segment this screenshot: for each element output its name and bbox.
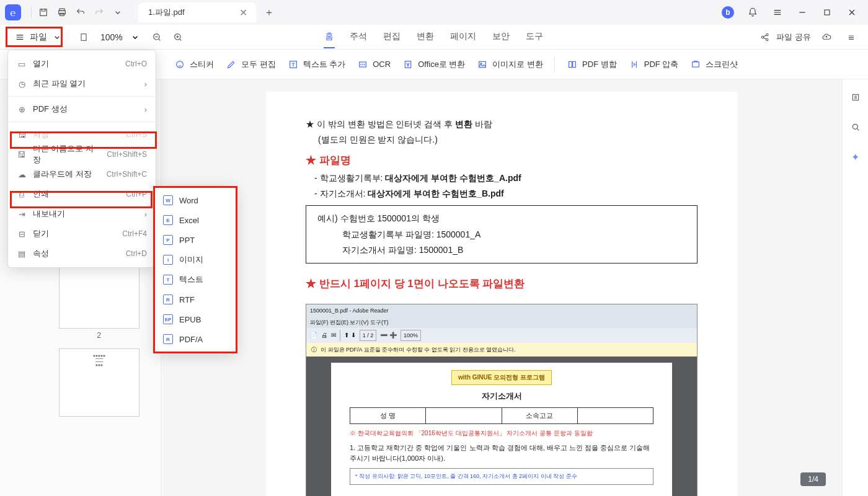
- export-submenu: WWord EExcel PPPT I이미지 T텍스트 RRTF EPEPUB …: [154, 186, 237, 353]
- export-ppt[interactable]: PPPT: [154, 230, 236, 250]
- file-menu-dropdown: ▭열기Ctrl+O ◷최근 파일 열기› ⊕PDF 생성› 🖫저장Ctrl+S …: [7, 50, 156, 268]
- chevron-right-icon: ›: [144, 79, 147, 89]
- tab-home[interactable]: 홈: [324, 26, 335, 48]
- open-icon: ▭: [17, 60, 27, 69]
- menu-print[interactable]: ⎙인쇄Ctrl+P: [8, 184, 156, 204]
- more-icon[interactable]: [842, 28, 861, 46]
- account-badge[interactable]: b: [722, 6, 734, 19]
- ribbon-ocr[interactable]: OCR: [356, 58, 391, 71]
- chevron-right-icon: ›: [144, 105, 147, 114]
- minimize-button[interactable]: [791, 3, 813, 22]
- menu-export[interactable]: ⇥내보내기›: [8, 204, 156, 224]
- menu-open[interactable]: ▭열기Ctrl+O: [8, 54, 156, 74]
- zoom-value[interactable]: 100%: [95, 32, 128, 42]
- image-icon: [476, 58, 489, 71]
- word-icon: W: [163, 195, 173, 205]
- svg-rect-19: [693, 62, 699, 67]
- plus-doc-icon: ⊕: [17, 105, 27, 114]
- tab-security[interactable]: 보안: [491, 26, 511, 48]
- export-excel[interactable]: EExcel: [154, 210, 236, 230]
- office-icon: [402, 58, 414, 71]
- center-tabs: 홈 주석 편집 변환 페이지 보안 도구: [324, 26, 544, 48]
- tab-tools[interactable]: 도구: [525, 26, 544, 48]
- zoom-dropdown-icon[interactable]: [130, 32, 140, 42]
- menu-properties[interactable]: ▤속성Ctrl+D: [8, 244, 156, 264]
- ribbon-add-text[interactable]: 텍스트 추가: [287, 58, 346, 71]
- save-icon: 🖫: [17, 130, 27, 140]
- save-as-icon: 🖫: [17, 150, 27, 159]
- export-rtf[interactable]: RRTF: [154, 290, 236, 309]
- app-logo: ℮: [5, 4, 21, 20]
- menu-recent[interactable]: ◷최근 파일 열기›: [8, 74, 156, 94]
- rail-ai-icon[interactable]: ✦: [846, 148, 865, 166]
- close-tab-icon[interactable]: ✕: [238, 6, 249, 20]
- cloud-upload-icon[interactable]: [817, 28, 836, 46]
- excel-icon: E: [163, 215, 173, 225]
- export-epub[interactable]: EPEPUB: [154, 309, 236, 329]
- bell-icon[interactable]: [742, 3, 764, 22]
- add-tab-button[interactable]: ＋: [260, 3, 278, 22]
- ribbon-sticker[interactable]: 스티커: [174, 58, 214, 71]
- props-icon: ▤: [17, 249, 27, 259]
- titlebar-print-icon[interactable]: [53, 3, 71, 22]
- fit-page-icon[interactable]: [74, 28, 93, 46]
- edit-icon: [225, 58, 237, 71]
- ribbon-screenshot[interactable]: 스크린샷: [689, 58, 738, 71]
- undo-icon[interactable]: [71, 3, 90, 22]
- ppt-icon: P: [163, 235, 173, 245]
- svg-rect-0: [40, 9, 47, 16]
- svg-point-22: [852, 124, 857, 129]
- chevron-down-icon[interactable]: [108, 3, 127, 22]
- rail-search-icon[interactable]: [846, 118, 865, 136]
- tab-edit[interactable]: 편집: [382, 26, 402, 48]
- text-add-icon: [287, 58, 299, 71]
- tab-annotate[interactable]: 주석: [348, 26, 368, 48]
- menu-create-pdf[interactable]: ⊕PDF 생성›: [8, 99, 156, 119]
- export-image[interactable]: I이미지: [154, 250, 236, 270]
- ribbon-edit-all[interactable]: 모두 편집: [225, 58, 276, 71]
- maximize-button[interactable]: [816, 3, 838, 22]
- zoom-out-icon[interactable]: [148, 28, 166, 46]
- chevron-right-icon: ›: [144, 210, 147, 219]
- ribbon-merge[interactable]: PDF 병합: [566, 58, 617, 71]
- document-tab[interactable]: 1.파일.pdf ✕: [138, 2, 256, 22]
- menu-save-as[interactable]: 🖫다른 이름으로 저장Ctrl+Shift+S: [8, 144, 156, 164]
- epub-icon: EP: [163, 314, 173, 324]
- file-menu-button[interactable]: 파일: [7, 28, 69, 46]
- rail-outline-icon[interactable]: [846, 88, 865, 107]
- hamburger-icon[interactable]: [766, 3, 789, 22]
- export-pdfa[interactable]: RPDF/A: [154, 329, 236, 349]
- titlebar-save-icon[interactable]: [34, 3, 53, 22]
- svg-rect-4: [825, 10, 830, 15]
- rtf-icon: R: [163, 294, 173, 304]
- ribbon-to-office[interactable]: Office로 변환: [402, 58, 465, 71]
- menu-save: 🖫저장Ctrl+S: [8, 125, 156, 144]
- embedded-screenshot: 1500001_B.pdf - Adobe Reader 파일(F) 편집(E)…: [306, 304, 698, 497]
- compress-icon: [628, 58, 640, 71]
- menu-close[interactable]: ⊟닫기Ctrl+F4: [8, 224, 156, 244]
- page-indicator: 1/4: [800, 472, 826, 486]
- tab-convert[interactable]: 변환: [415, 26, 435, 48]
- tab-page[interactable]: 페이지: [449, 26, 477, 48]
- share-label[interactable]: 파일 공유: [776, 32, 811, 43]
- export-word[interactable]: WWord: [154, 190, 236, 210]
- redo-icon[interactable]: [90, 3, 108, 22]
- svg-rect-3: [60, 13, 64, 16]
- close-window-button[interactable]: [841, 3, 863, 22]
- menu-cloud-save[interactable]: ☁클라우드에 저장Ctrl+Shift+C: [8, 164, 156, 184]
- page-content: ★ 이 밖의 변환 방법은 인터넷 검색 후 변환 바람 (별도의 민원은 받지…: [266, 92, 737, 496]
- topnav: 파일 100% 홈 주석 편집 변환 페이지 보안 도구 파일 공유: [0, 25, 868, 50]
- sticker-icon: [174, 58, 186, 71]
- ribbon-to-image[interactable]: 이미지로 변환: [476, 58, 543, 71]
- merge-icon: [566, 58, 578, 71]
- screenshot-icon: [689, 58, 702, 71]
- document-view[interactable]: ★ 이 밖의 변환 방법은 인터넷 검색 후 변환 바람 (별도의 민원은 받지…: [161, 79, 842, 496]
- thumb-3[interactable]: ▣▣▣▣▣━━━━━━━━━━━━▣▣▣: [37, 348, 161, 417]
- cloud-icon: ☁: [17, 170, 27, 179]
- zoom-in-icon[interactable]: [169, 28, 187, 46]
- tab-title: 1.파일.pdf: [148, 7, 238, 18]
- svg-rect-15: [479, 61, 486, 67]
- export-text[interactable]: T텍스트: [154, 270, 236, 290]
- text-icon: T: [163, 275, 173, 285]
- ribbon-compress[interactable]: PDF 압축: [628, 58, 679, 71]
